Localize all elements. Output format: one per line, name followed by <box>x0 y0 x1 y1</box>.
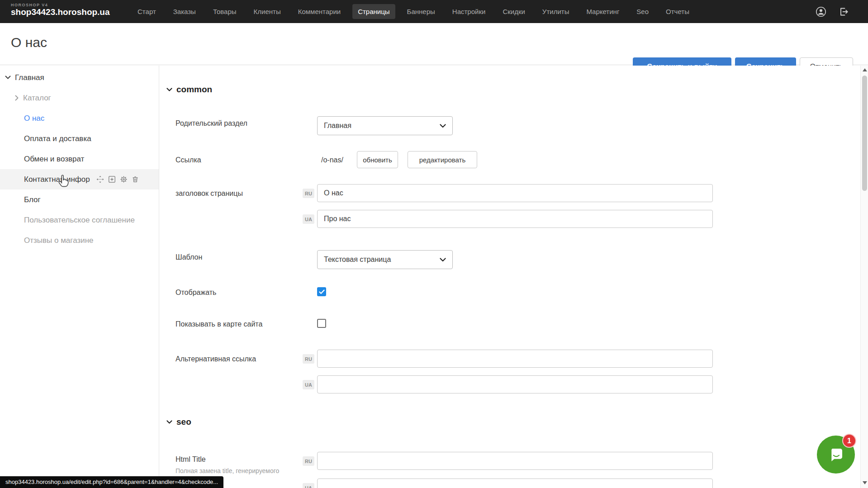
chevron-down-icon <box>440 124 446 128</box>
page-header: О нас Сохранить и выйти Сохранить Отмени… <box>0 23 868 65</box>
page-title: О нас <box>11 35 47 50</box>
html-title-hint: Полная замена title, генерируемого <box>175 467 279 474</box>
html-title-ru-input[interactable] <box>317 452 713 470</box>
lang-ua-badge: UA <box>303 483 314 488</box>
chevron-down-icon <box>166 420 172 424</box>
html-title-label: Html Title <box>175 455 206 464</box>
chevron-down-icon[interactable] <box>5 76 11 80</box>
parent-section-select[interactable]: Главная <box>317 116 453 135</box>
sitemap-label: Показывать в карте сайта <box>175 320 262 328</box>
chevron-right-icon[interactable] <box>15 95 19 101</box>
page-edit-form: common Родительский раздел Главная Ссылк… <box>159 66 860 488</box>
tree-item-glavnaya[interactable]: Главная <box>0 67 159 88</box>
display-label: Отображать <box>175 289 216 297</box>
page-title-field-label: заголовок страницы <box>175 190 243 198</box>
link-path-value: /o-nas/ <box>321 156 343 164</box>
tree-item-katalog[interactable]: Каталог <box>0 88 159 108</box>
tree-item-obmen-i-vozvrat[interactable]: Обмен и возврат <box>0 149 159 169</box>
menu-item-reports[interactable]: Отчеты <box>660 4 695 19</box>
tree-item-label: Каталог <box>23 94 51 103</box>
link-refresh-button[interactable]: обновить <box>357 151 398 168</box>
add-icon[interactable] <box>108 175 116 183</box>
menu-item-start[interactable]: Старт <box>132 4 161 19</box>
tree-item-polzovatelskoe-soglashenie[interactable]: Пользовательское соглашение <box>0 210 159 230</box>
menu-item-discounts[interactable]: Скидки <box>497 4 530 19</box>
menu-item-clients[interactable]: Клиенты <box>248 4 286 19</box>
top-menu: Старт Заказы Товары Клиенты Комментарии … <box>132 0 695 23</box>
tree-item-kontaktnaya-infor[interactable]: Контактная инфор <box>0 169 159 190</box>
chevron-down-icon <box>440 258 446 262</box>
chat-widget-button[interactable]: 1 <box>817 436 855 474</box>
lang-ru-badge: RU <box>303 189 314 198</box>
tree-item-label: Контактная инфор <box>24 175 90 184</box>
menu-item-comments[interactable]: Комментарии <box>293 4 346 19</box>
tree-item-label: Блог <box>24 195 41 204</box>
page-title-ua-input[interactable] <box>317 210 713 228</box>
shop-logo[interactable]: HOROSHOP V4 shop34423.horoshop.ua <box>11 3 110 17</box>
status-url-tooltip: shop34423.horoshop.ua/edit/edit.php?id=6… <box>0 476 223 488</box>
html-title-ua-input[interactable] <box>317 479 713 488</box>
tree-item-label: Отзывы о магазине <box>24 236 94 245</box>
parent-section-label: Родительский раздел <box>175 119 247 128</box>
link-label: Ссылка <box>175 156 201 164</box>
logout-icon[interactable] <box>838 6 849 17</box>
topbar-right-icons <box>816 0 849 23</box>
user-account-icon[interactable] <box>816 6 826 17</box>
alt-link-ua-input[interactable] <box>317 375 713 393</box>
chat-bubble-icon <box>826 445 845 464</box>
lang-ru-badge: RU <box>303 456 314 466</box>
scrollbar-thumb[interactable] <box>862 76 867 191</box>
lang-ua-badge: UA <box>303 214 314 224</box>
lang-ua-badge: UA <box>303 380 314 389</box>
display-checkbox[interactable] <box>317 287 326 296</box>
tree-item-otzyvy-o-magazine[interactable]: Отзывы о магазине <box>0 230 159 251</box>
tree-item-label: Пользовательское соглашение <box>24 216 135 225</box>
chat-unread-badge: 1 <box>842 434 856 448</box>
lang-ru-badge: RU <box>303 354 314 364</box>
alt-link-label: Альтернативная ссылка <box>175 355 256 363</box>
tree-item-label: Обмен и возврат <box>24 155 84 164</box>
section-seo-title: seo <box>176 417 191 427</box>
section-common-title: common <box>176 85 212 95</box>
delete-trash-icon[interactable] <box>132 175 139 183</box>
tree-item-oplata-i-dostavka[interactable]: Оплата и доставка <box>0 128 159 149</box>
parent-section-value: Главная <box>324 122 351 130</box>
chevron-down-icon <box>166 88 172 92</box>
sitemap-checkbox[interactable] <box>317 319 326 328</box>
vertical-scrollbar[interactable] <box>860 66 868 488</box>
template-select[interactable]: Текстовая страница <box>317 250 453 269</box>
checkmark-icon <box>319 289 325 294</box>
scroll-down-arrow-icon[interactable] <box>863 481 867 484</box>
section-seo-header[interactable]: seo <box>166 417 191 427</box>
menu-item-marketing[interactable]: Маркетинг <box>581 4 625 19</box>
move-icon[interactable] <box>96 175 104 183</box>
tree-item-o-nas[interactable]: О нас <box>0 108 159 128</box>
page-root: HOROSHOP V4 shop34423.horoshop.ua Старт … <box>0 0 868 488</box>
tree-item-label: Главная <box>15 73 44 82</box>
settings-gear-icon[interactable] <box>120 175 128 183</box>
menu-item-pages[interactable]: Страницы <box>352 4 395 19</box>
link-edit-button[interactable]: редактировать <box>408 151 477 168</box>
section-common-header[interactable]: common <box>166 85 212 95</box>
alt-link-ru-input[interactable] <box>317 350 713 368</box>
menu-item-products[interactable]: Товары <box>208 4 242 19</box>
menu-item-banners[interactable]: Баннеры <box>402 4 441 19</box>
menu-item-seo[interactable]: Seo <box>631 4 654 19</box>
top-navigation-bar: HOROSHOP V4 shop34423.horoshop.ua Старт … <box>0 0 868 23</box>
tree-item-label: Оплата и доставка <box>24 134 91 143</box>
pages-tree-sidebar: Главная Каталог О нас Оплата и доставка … <box>0 66 159 488</box>
menu-item-orders[interactable]: Заказы <box>168 4 201 19</box>
template-label: Шаблон <box>175 253 202 261</box>
tree-item-blog[interactable]: Блог <box>0 190 159 210</box>
tree-row-actions <box>96 175 139 183</box>
menu-item-settings[interactable]: Настройки <box>447 4 491 19</box>
logo-domain-label: shop34423.horoshop.ua <box>11 8 110 17</box>
page-title-ru-input[interactable] <box>317 184 713 202</box>
tree-item-label: О нас <box>24 114 44 123</box>
scroll-up-arrow-icon[interactable] <box>863 68 867 71</box>
template-value: Текстовая страница <box>324 256 391 264</box>
menu-item-utilities[interactable]: Утилиты <box>537 4 575 19</box>
